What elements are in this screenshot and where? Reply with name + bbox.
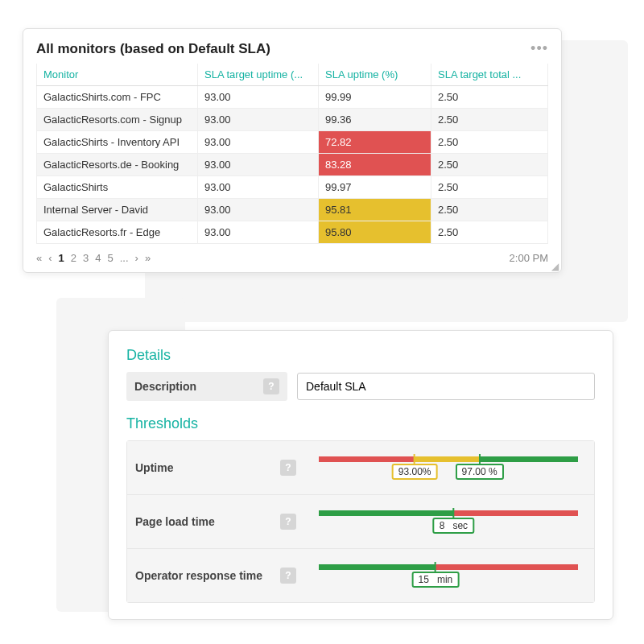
table-cell: 2.50 <box>431 154 548 176</box>
table-cell: Internal Server - David <box>37 199 198 221</box>
uptime-label: Uptime <box>135 461 173 474</box>
table-cell: 93.00 <box>198 131 319 154</box>
opresp-marker[interactable]: 15 min <box>412 572 460 588</box>
pager-last[interactable]: » <box>145 252 151 264</box>
threshold-pageload: Page load time ? 8 sec <box>127 494 594 548</box>
table-cell: 72.82 <box>319 131 431 154</box>
table-cell: 93.00 <box>198 154 319 176</box>
table-cell: 93.00 <box>198 199 319 221</box>
sla-table: MonitorSLA target uptime (...SLA uptime … <box>36 64 548 244</box>
card-title: All monitors (based on Default SLA) <box>36 41 270 57</box>
table-cell: 2.50 <box>431 86 548 109</box>
pager-page[interactable]: 2 <box>71 252 76 264</box>
table-cell: 95.80 <box>319 221 431 244</box>
column-header[interactable]: SLA target total ... <box>431 64 548 86</box>
table-cell: 83.28 <box>319 154 431 176</box>
threshold-opresp: Operator response time ? 15 min <box>127 548 594 602</box>
monitors-card: All monitors (based on Default SLA) ••• … <box>23 28 562 273</box>
table-cell: 2.50 <box>431 176 548 199</box>
table-cell: 93.00 <box>198 221 319 244</box>
more-icon[interactable]: ••• <box>530 40 548 57</box>
uptime-high-marker[interactable]: 97.00 % <box>456 464 504 480</box>
pager-next[interactable]: › <box>135 252 138 264</box>
table-cell: 93.00 <box>198 176 319 199</box>
table-row[interactable]: GalacticShirts.com - FPC93.0099.992.50 <box>37 86 548 109</box>
table-row[interactable]: GalacticResorts.de - Booking93.0083.282.… <box>37 154 548 176</box>
pager-page[interactable]: 1 <box>59 252 64 264</box>
pager-page[interactable]: 4 <box>95 252 101 264</box>
column-header[interactable]: Monitor <box>37 64 198 86</box>
uptime-slider[interactable]: 93.00% 97.00 % <box>319 452 578 483</box>
table-row[interactable]: GalacticShirts - Inventory API93.0072.82… <box>37 131 548 154</box>
opresp-slider[interactable]: 15 min <box>319 560 578 591</box>
resize-handle-icon[interactable]: ◢ <box>551 262 559 270</box>
pager-page[interactable]: 3 <box>83 252 89 264</box>
table-cell: GalacticShirts - Inventory API <box>37 131 198 154</box>
table-row[interactable]: GalacticResorts.com - Signup93.0099.362.… <box>37 109 548 131</box>
table-cell: GalacticShirts <box>37 176 198 199</box>
opresp-label: Operator response time <box>135 569 262 582</box>
table-cell: GalacticResorts.com - Signup <box>37 109 198 131</box>
pager-prev[interactable]: ‹ <box>48 252 52 264</box>
table-cell: 99.36 <box>319 109 431 131</box>
pager-first[interactable]: « <box>36 252 42 264</box>
uptime-low-marker[interactable]: 93.00% <box>392 464 438 480</box>
description-label-box: Description ? <box>126 372 287 401</box>
table-cell: 93.00 <box>198 86 319 109</box>
table-cell: 95.81 <box>319 199 431 221</box>
help-icon[interactable]: ? <box>280 514 296 530</box>
help-icon[interactable]: ? <box>280 568 296 584</box>
help-icon[interactable]: ? <box>280 460 296 476</box>
table-cell: 2.50 <box>431 109 548 131</box>
table-cell: GalacticResorts.de - Booking <box>37 154 198 176</box>
table-cell: GalacticResorts.fr - Edge <box>37 221 198 244</box>
table-cell: 2.50 <box>431 221 548 244</box>
table-cell: GalacticShirts.com - FPC <box>37 86 198 109</box>
table-cell: 93.00 <box>198 109 319 131</box>
pageload-marker[interactable]: 8 sec <box>433 518 474 534</box>
pageload-slider[interactable]: 8 sec <box>319 506 578 537</box>
pager-page[interactable]: 5 <box>108 252 114 264</box>
timestamp: 2:00 PM <box>510 252 548 264</box>
section-thresholds-title: Thresholds <box>126 415 595 432</box>
section-details-title: Details <box>126 347 595 364</box>
column-header[interactable]: SLA target uptime (... <box>198 64 319 86</box>
threshold-uptime: Uptime ? 93.00% 97.00 % <box>127 441 594 494</box>
pageload-label: Page load time <box>135 515 215 528</box>
description-label: Description <box>134 380 196 393</box>
table-row[interactable]: GalacticResorts.fr - Edge93.0095.802.50 <box>37 221 548 244</box>
pager-page[interactable]: ... <box>120 252 129 264</box>
table-row[interactable]: Internal Server - David93.0095.812.50 <box>37 199 548 221</box>
table-cell: 2.50 <box>431 199 548 221</box>
column-header[interactable]: SLA uptime (%) <box>319 64 431 86</box>
table-row[interactable]: GalacticShirts93.0099.972.50 <box>37 176 548 199</box>
thresholds-panel: Uptime ? 93.00% 97.00 % Page load time ? <box>126 440 595 603</box>
table-cell: 99.99 <box>319 86 431 109</box>
table-cell: 2.50 <box>431 131 548 154</box>
details-card: Details Description ? Thresholds Uptime … <box>108 330 613 620</box>
pagination[interactable]: «‹12345...›» <box>36 252 151 264</box>
help-icon[interactable]: ? <box>263 378 279 394</box>
table-cell: 99.97 <box>319 176 431 199</box>
description-input[interactable] <box>297 373 595 400</box>
